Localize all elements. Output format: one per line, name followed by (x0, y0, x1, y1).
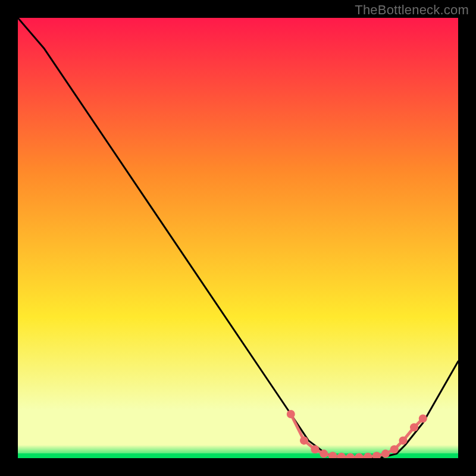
svg-point-5 (320, 450, 328, 458)
watermark-text: TheBottleneck.com (355, 2, 469, 18)
svg-point-4 (311, 445, 320, 453)
svg-rect-0 (18, 18, 458, 458)
svg-point-12 (381, 450, 390, 458)
svg-point-16 (419, 414, 427, 422)
chart-stage: TheBottleneck.com (0, 0, 476, 476)
svg-point-13 (390, 445, 399, 453)
svg-point-15 (410, 423, 418, 431)
svg-point-3 (300, 436, 308, 444)
svg-point-2 (287, 410, 295, 418)
svg-point-14 (399, 436, 408, 444)
chart-plot (18, 18, 458, 458)
chart-svg (18, 18, 458, 458)
